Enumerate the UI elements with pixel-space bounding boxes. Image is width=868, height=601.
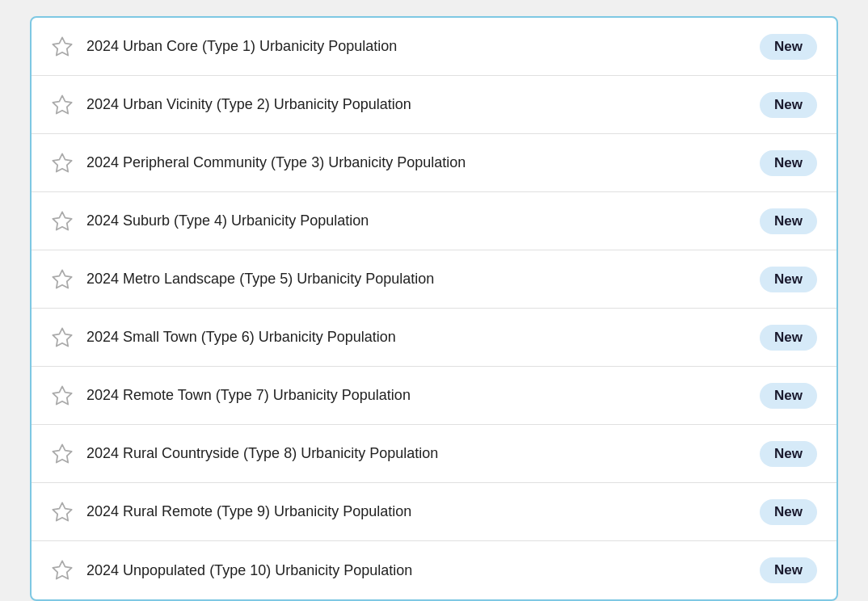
new-badge: New <box>760 441 817 467</box>
item-label: 2024 Metro Landscape (Type 5) Urbanicity… <box>86 271 747 288</box>
urbanicity-list: 2024 Urban Core (Type 1) Urbanicity Popu… <box>30 16 838 601</box>
svg-marker-6 <box>53 386 71 404</box>
svg-marker-1 <box>53 95 71 113</box>
item-label: 2024 Unpopulated (Type 10) Urbanicity Po… <box>86 562 747 579</box>
list-item[interactable]: 2024 Urban Vicinity (Type 2) Urbanicity … <box>32 76 836 134</box>
item-label: 2024 Remote Town (Type 7) Urbanicity Pop… <box>86 387 747 404</box>
svg-marker-4 <box>53 270 71 288</box>
star-icon[interactable] <box>51 210 74 233</box>
new-badge: New <box>760 34 817 60</box>
list-item[interactable]: 2024 Metro Landscape (Type 5) Urbanicity… <box>32 250 836 309</box>
item-label: 2024 Urban Core (Type 1) Urbanicity Popu… <box>86 38 747 55</box>
svg-marker-0 <box>53 37 71 55</box>
star-icon[interactable] <box>51 443 74 465</box>
new-badge: New <box>760 92 817 118</box>
star-icon[interactable] <box>51 152 74 174</box>
svg-marker-5 <box>53 328 71 346</box>
new-badge: New <box>760 208 817 234</box>
new-badge: New <box>760 150 817 176</box>
svg-marker-2 <box>53 153 71 171</box>
list-item[interactable]: 2024 Peripheral Community (Type 3) Urban… <box>32 134 836 192</box>
star-icon[interactable] <box>51 36 74 58</box>
new-badge: New <box>760 383 817 409</box>
svg-marker-3 <box>53 212 71 229</box>
item-label: 2024 Rural Countryside (Type 8) Urbanici… <box>86 445 747 462</box>
list-item[interactable]: 2024 Small Town (Type 6) Urbanicity Popu… <box>32 309 836 367</box>
star-icon[interactable] <box>51 326 74 349</box>
list-item[interactable]: 2024 Remote Town (Type 7) Urbanicity Pop… <box>32 367 836 425</box>
item-label: 2024 Peripheral Community (Type 3) Urban… <box>86 154 747 171</box>
item-label: 2024 Urban Vicinity (Type 2) Urbanicity … <box>86 96 747 113</box>
star-icon[interactable] <box>51 268 74 291</box>
list-item[interactable]: 2024 Rural Countryside (Type 8) Urbanici… <box>32 425 836 483</box>
item-label: 2024 Suburb (Type 4) Urbanicity Populati… <box>86 212 747 229</box>
star-icon[interactable] <box>51 385 74 407</box>
svg-marker-9 <box>53 561 71 578</box>
new-badge: New <box>760 267 817 292</box>
list-item[interactable]: 2024 Unpopulated (Type 10) Urbanicity Po… <box>32 541 836 599</box>
new-badge: New <box>760 325 817 351</box>
star-icon[interactable] <box>51 94 74 116</box>
list-item[interactable]: 2024 Urban Core (Type 1) Urbanicity Popu… <box>32 18 836 76</box>
new-badge: New <box>760 557 817 583</box>
item-label: 2024 Small Town (Type 6) Urbanicity Popu… <box>86 329 747 346</box>
svg-marker-7 <box>53 444 71 462</box>
list-item[interactable]: 2024 Suburb (Type 4) Urbanicity Populati… <box>32 192 836 250</box>
star-icon[interactable] <box>51 559 74 582</box>
item-label: 2024 Rural Remote (Type 9) Urbanicity Po… <box>86 503 747 520</box>
new-badge: New <box>760 499 817 525</box>
list-item[interactable]: 2024 Rural Remote (Type 9) Urbanicity Po… <box>32 483 836 541</box>
svg-marker-8 <box>53 502 71 520</box>
star-icon[interactable] <box>51 501 74 523</box>
